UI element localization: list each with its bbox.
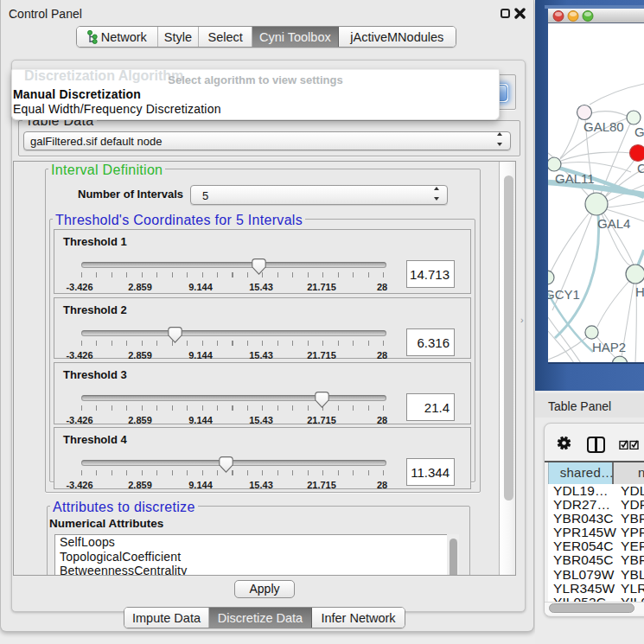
svg-text:GAL11: GAL11 xyxy=(555,171,595,186)
svg-text:HIS: HIS xyxy=(635,284,644,299)
svg-text:GAL80: GAL80 xyxy=(583,119,624,134)
svg-text:GAL7: GAL7 xyxy=(634,124,644,139)
svg-text:GCY1: GCY1 xyxy=(548,287,580,302)
svg-text:GAL4: GAL4 xyxy=(597,216,630,231)
svg-text:CDC: CDC xyxy=(637,161,644,175)
svg-text:HAP2: HAP2 xyxy=(592,340,626,354)
